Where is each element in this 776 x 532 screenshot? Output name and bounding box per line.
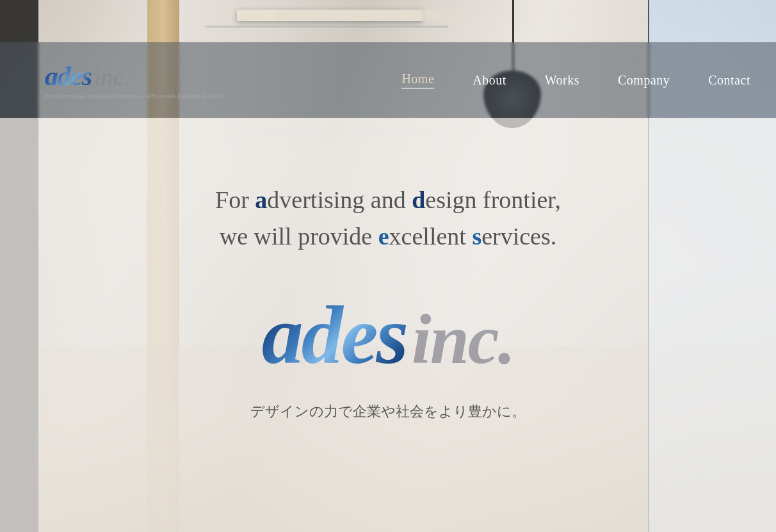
hero-tagline: For advertising and design frontier, we … (215, 182, 561, 255)
hero-line2-suffix: ervices. (481, 223, 556, 250)
hero-line2-mid: xcellent (389, 223, 473, 250)
nav-company[interactable]: Company (618, 73, 670, 88)
hero-japanese: デザインの力で企業や社会をより豊かに。 (250, 402, 526, 421)
hero-highlight-s: s (472, 223, 481, 250)
hero-line1-suffix: esign frontier, (425, 186, 561, 213)
logo-area: ades inc. For Advertising and Design fro… (45, 61, 224, 99)
hero-line2: we will provide excellent services. (215, 218, 561, 255)
logo-ades: ades (45, 61, 92, 92)
hero-line1-mid: dvertising and (267, 186, 412, 213)
hero-logo-ades: ades (262, 287, 407, 383)
hero-highlight-a: a (255, 186, 267, 213)
logo-inc: inc. (94, 63, 130, 91)
hero-line2-prefix: we will provide (220, 223, 378, 250)
ceiling-light-right (275, 10, 461, 21)
nav-home[interactable]: Home (401, 72, 434, 89)
nav-links: Home About Works Company Contact (401, 72, 750, 89)
hero-overlay: For advertising and design frontier, we … (0, 118, 776, 532)
hero-logo: ades inc. (262, 287, 514, 383)
logo-tagline: For Advertising and Design frontier, we … (45, 93, 224, 99)
navbar: ades inc. For Advertising and Design fro… (0, 42, 776, 118)
nav-about[interactable]: About (473, 73, 506, 88)
hero-highlight-e: e (378, 223, 389, 250)
nav-works[interactable]: Works (545, 73, 579, 88)
hero-highlight-d: d (412, 186, 425, 213)
hero-logo-inc: inc. (412, 299, 514, 380)
logo-text: ades inc. (45, 61, 130, 92)
nav-contact[interactable]: Contact (708, 73, 750, 88)
ceiling-stripe-1 (205, 26, 448, 28)
hero-line1-prefix: For (215, 186, 255, 213)
hero-line1: For advertising and design frontier, (215, 182, 561, 218)
